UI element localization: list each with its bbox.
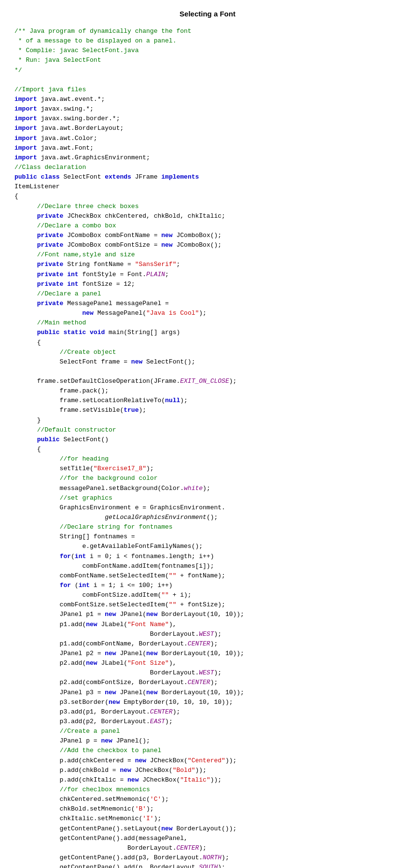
code-content: /** Java program of dynamically change t… [0,27,415,868]
page-title: Selecting a Font [0,10,415,18]
